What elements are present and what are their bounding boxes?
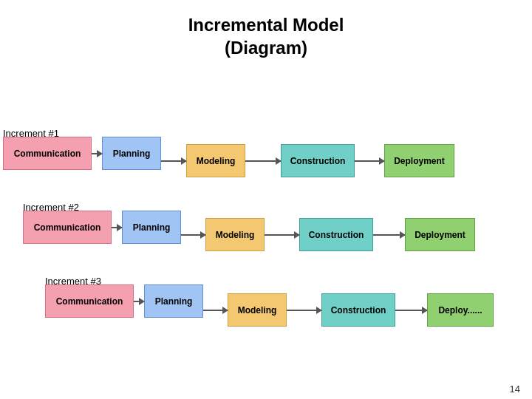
- box-model1: Modeling: [186, 144, 245, 177]
- arrow-arr2b: [181, 234, 205, 236]
- box-const3: Construction: [321, 293, 395, 327]
- box-comm1: Communication: [3, 137, 92, 170]
- box-deploy2: Deployment: [405, 218, 475, 251]
- arrow-arr2c: [265, 234, 299, 236]
- box-deploy3: Deploy......: [427, 293, 494, 327]
- box-plan2: Planning: [122, 211, 181, 244]
- arrow-arr1a: [92, 153, 102, 154]
- arrow-arr2d: [373, 234, 405, 236]
- box-deploy1: Deployment: [384, 144, 454, 177]
- arrow-arr1b: [161, 160, 186, 162]
- box-plan1: Planning: [102, 137, 161, 170]
- arrow-arr3d: [395, 310, 427, 311]
- box-const1: Construction: [281, 144, 355, 177]
- box-model2: Modeling: [205, 218, 265, 251]
- title: Incremental Model (Diagram): [0, 0, 532, 66]
- page-number: 14: [510, 383, 520, 395]
- arrow-arr3c: [287, 310, 321, 311]
- diagram-area: Increment #1Increment #2Increment #3Comm…: [0, 66, 532, 377]
- box-comm3: Communication: [45, 284, 134, 318]
- box-comm2: Communication: [23, 211, 112, 244]
- arrow-arr1d: [355, 160, 384, 162]
- box-model3: Modeling: [228, 293, 287, 327]
- box-plan3: Planning: [144, 284, 203, 318]
- box-const2: Construction: [299, 218, 373, 251]
- arrow-arr3a: [134, 301, 144, 302]
- arrow-arr3b: [203, 310, 228, 311]
- arrow-arr2a: [112, 227, 122, 228]
- arrow-arr1c: [245, 160, 281, 162]
